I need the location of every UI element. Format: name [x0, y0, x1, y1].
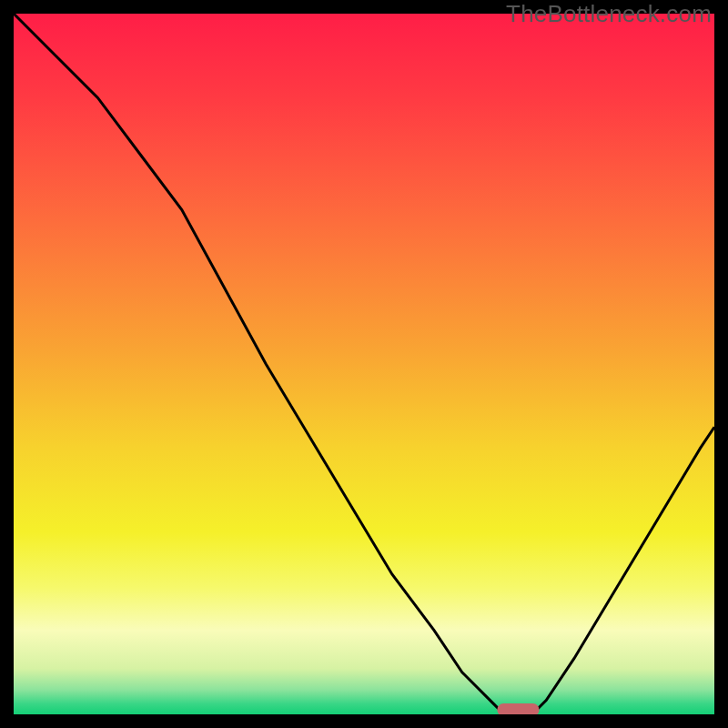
bottleneck-chart: [14, 14, 714, 714]
gradient-background: [14, 14, 714, 714]
chart-frame: [14, 14, 714, 714]
optimal-marker: [497, 703, 539, 714]
